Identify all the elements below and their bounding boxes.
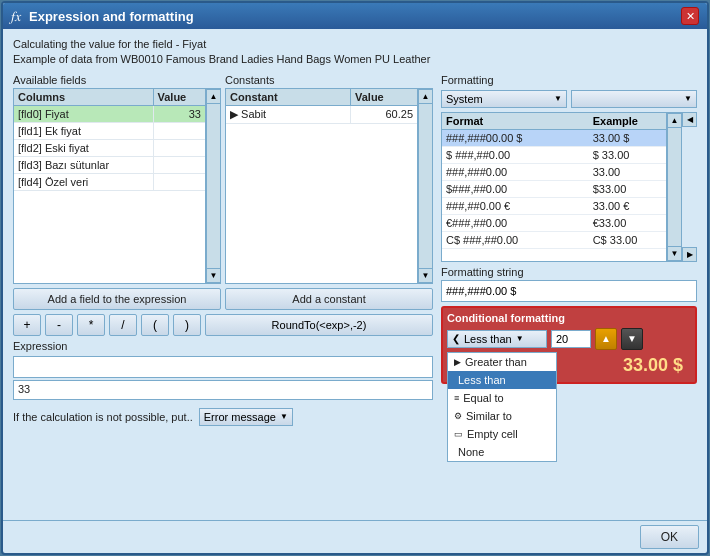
format-row[interactable]: C$ ###,##0.00 C$ 33.00: [442, 232, 666, 249]
expression-input[interactable]: [13, 356, 433, 378]
operators-row: + - * / ( ) RoundTo(<exp>,-2): [13, 314, 433, 336]
format-string-label: Formatting string: [441, 266, 697, 278]
format-example: $ 33.00: [589, 147, 666, 163]
format-hscroll-right[interactable]: ▶: [682, 247, 697, 262]
second-format-dropdown[interactable]: ▼: [571, 90, 697, 108]
content-area: Calculating the value for the field - Fi…: [3, 29, 707, 520]
fields-table-header: Columns Value: [14, 89, 205, 106]
multiply-button[interactable]: *: [77, 314, 105, 336]
error-select-value: Error message: [204, 411, 276, 423]
format-value: $ ###,##0.00: [442, 147, 589, 163]
format-value: €###,##0.00: [442, 215, 589, 231]
scroll-up-arrow[interactable]: ▲: [206, 89, 221, 104]
close-button[interactable]: ✕: [681, 7, 699, 25]
format-hscroll-left[interactable]: ◀: [682, 112, 697, 127]
dropdown-item-none[interactable]: None: [448, 443, 556, 461]
constants-section: Constants Constant Value ▶ Sabit: [225, 74, 433, 284]
constants-table-body: ▶ Sabit 60.25: [226, 106, 417, 283]
const-scroll-down[interactable]: ▼: [418, 268, 433, 283]
similar-to-label: Similar to: [466, 410, 512, 422]
dropdown-item-similar-to[interactable]: ⚙ Similar to: [448, 407, 556, 425]
format-scroll-down[interactable]: ▼: [667, 246, 682, 261]
error-dropdown-arrow: ▼: [280, 412, 288, 421]
format-row[interactable]: €###,##0.00 €33.00: [442, 215, 666, 232]
table-row[interactable]: [fld0] Fiyat 33: [14, 106, 205, 123]
add-constant-button[interactable]: Add a constant: [225, 288, 433, 310]
available-fields-label: Available fields: [13, 74, 221, 86]
scroll-down-arrow[interactable]: ▼: [206, 268, 221, 283]
field-name: [fld4] Özel veri: [14, 174, 154, 190]
format-example: 33.00: [589, 164, 666, 180]
const-scroll-up[interactable]: ▲: [418, 89, 433, 104]
constants-label: Constants: [225, 74, 433, 86]
condition-arrow-icon: ❮: [452, 333, 460, 344]
available-fields-table: Columns Value [fld0] Fiyat 33 [: [13, 88, 206, 284]
format-row[interactable]: ###,##0.00 € 33.00 €: [442, 198, 666, 215]
plus-button[interactable]: +: [13, 314, 41, 336]
fields-col-header: Columns: [14, 89, 154, 105]
format-row[interactable]: ###,###00.00 $ 33.00 $: [442, 130, 666, 147]
equal-to-label: Equal to: [463, 392, 503, 404]
action-buttons-row: Add a field to the expression Add a cons…: [13, 288, 433, 310]
dropdown-item-greater-than[interactable]: ▶ Greater than: [448, 353, 556, 371]
format-example: 33.00 $: [589, 130, 666, 146]
format-row[interactable]: ###,###0.00 33.00: [442, 164, 666, 181]
field-name: [fld0] Fiyat: [14, 106, 154, 122]
format-scroll-up[interactable]: ▲: [667, 113, 682, 128]
format-scrollbar[interactable]: ▲ ▼: [667, 112, 682, 262]
add-field-button[interactable]: Add a field to the expression: [13, 288, 221, 310]
field-name: [fld2] Eski fiyat: [14, 140, 154, 156]
greater-than-label: Greater than: [465, 356, 527, 368]
dropdown-item-equal-to[interactable]: ≡ Equal to: [448, 389, 556, 407]
constants-table-header: Constant Value: [226, 89, 417, 106]
system-label: System: [446, 93, 483, 105]
paren-close-button[interactable]: ): [173, 314, 201, 336]
error-select[interactable]: Error message ▼: [199, 408, 293, 426]
format-example: 33.00 €: [589, 198, 666, 214]
condition-color-button[interactable]: ▼: [621, 328, 643, 350]
format-row[interactable]: $###,##0.00 $33.00: [442, 181, 666, 198]
expression-result: 33: [13, 380, 433, 400]
format-table: Format Example ###,###00.00 $ 33.00 $ $ …: [441, 112, 667, 262]
table-row[interactable]: [fld1] Ek fiyat: [14, 123, 205, 140]
empty-cell-icon: ▭: [454, 429, 463, 439]
table-row[interactable]: [fld4] Özel veri: [14, 174, 205, 191]
similar-to-icon: ⚙: [454, 411, 462, 421]
format-value: $###,##0.00: [442, 181, 589, 197]
paren-open-button[interactable]: (: [141, 314, 169, 336]
conditional-controls-row: ❮ Less than ▼ ▶ Greater than: [447, 328, 691, 350]
format-value: C$ ###,##0.00: [442, 232, 589, 248]
table-row[interactable]: [fld2] Eski fiyat: [14, 140, 205, 157]
calc-error-row: If the calculation is not possible, put.…: [13, 408, 433, 426]
second-dropdown-arrow: ▼: [684, 94, 692, 103]
info-section: Calculating the value for the field - Fi…: [13, 37, 697, 68]
minus-button[interactable]: -: [45, 314, 73, 336]
dropdown-item-empty-cell[interactable]: ▭ Empty cell: [448, 425, 556, 443]
format-value: ###,##0.00 €: [442, 198, 589, 214]
main-area: Available fields Columns Value [fld0] Fi…: [13, 74, 697, 512]
format-row[interactable]: $ ###,##0.00 $ 33.00: [442, 147, 666, 164]
condition-up-button[interactable]: ▲: [595, 328, 617, 350]
round-button[interactable]: RoundTo(<exp>,-2): [205, 314, 433, 336]
constant-name: ▶ Sabit: [226, 106, 351, 123]
fields-value-header: Value: [154, 89, 206, 105]
title-bar: 𝑓𝑥 Expression and formatting ✕: [3, 3, 707, 29]
field-value: [154, 123, 206, 139]
condition-select[interactable]: ❮ Less than ▼: [447, 330, 547, 348]
right-panel: Formatting System ▼ ▼: [441, 74, 697, 512]
condition-value-input[interactable]: [551, 330, 591, 348]
format-string-section: Formatting string: [441, 266, 697, 302]
dropdown-item-less-than[interactable]: Less than: [448, 371, 556, 389]
table-row[interactable]: ▶ Sabit 60.25: [226, 106, 417, 124]
less-than-label: Less than: [458, 374, 506, 386]
conditional-section: Conditional formatting ❮ Less than ▼: [441, 306, 697, 384]
ok-button[interactable]: OK: [640, 525, 699, 549]
expression-section: Expression 33: [13, 340, 433, 400]
fields-scrollbar[interactable]: ▲ ▼: [206, 88, 221, 284]
system-dropdown[interactable]: System ▼: [441, 90, 567, 108]
divide-button[interactable]: /: [109, 314, 137, 336]
app-icon: 𝑓𝑥: [11, 8, 21, 25]
format-string-input[interactable]: [441, 280, 697, 302]
table-row[interactable]: [fld3] Bazı sütunlar: [14, 157, 205, 174]
constants-scrollbar[interactable]: ▲ ▼: [418, 88, 433, 284]
